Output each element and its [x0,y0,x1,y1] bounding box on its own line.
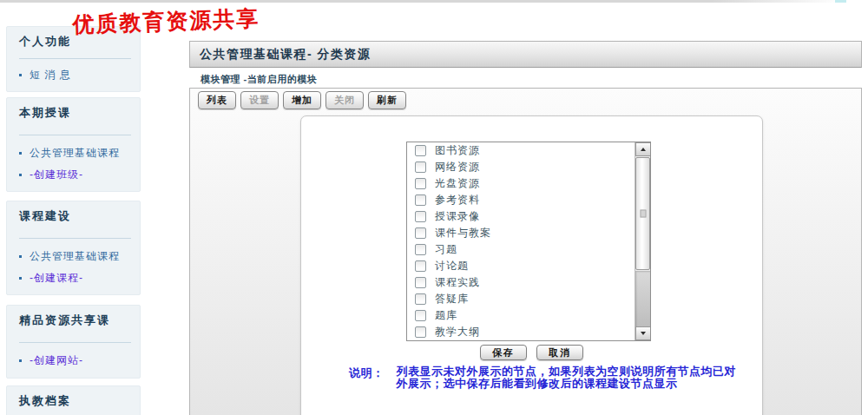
module-label: 课件与教案 [435,226,491,240]
sidebar-item-label[interactable]: -创建课程- [30,271,83,286]
sidebar-item-create-class[interactable]: -创建班级- [19,164,140,186]
divider [19,135,131,135]
sidebar-item-label[interactable]: -创建网站- [30,353,83,368]
module-checkbox[interactable] [415,326,426,338]
list-item: 网络资源 [407,159,650,175]
divider [19,58,131,59]
list-item: 教学大纲 [407,324,650,340]
module-checkbox[interactable] [415,227,426,239]
module-checkbox[interactable] [415,310,426,321]
window-corner-mark [835,0,846,3]
action-row: 保存 取消 [301,345,762,360]
divider [19,342,131,343]
module-label: 习题 [435,242,457,257]
section-title: 课程建设 [19,208,140,224]
module-label: 答疑库 [435,292,469,306]
note-text: 列表显示未对外展示的节点，如果列表为空则说明所有节点均已对 外展示；选中保存后能… [397,366,737,389]
module-label: 网络资源 [435,160,480,175]
module-label: 图书资源 [435,143,480,158]
module-manage-panel: 列表 设置 增加 关闭 刷新 图书资源 网络资源 光盘资源 [189,88,862,415]
scrollbar-thumb[interactable] [635,157,650,270]
scrollbar [635,142,650,340]
module-label: 授课录像 [435,209,480,224]
bullet-icon [19,152,22,155]
module-checkbox[interactable] [415,161,426,173]
sidebar-section-teaching-archive: 执教档案 [6,385,141,415]
sidebar-item-short-message[interactable]: 短 消 息 [19,64,140,86]
sidebar-item-label[interactable]: 公共管理基础课程 [30,249,120,264]
bullet-icon [19,255,22,258]
module-label: 课程实践 [435,275,480,290]
toolbar: 列表 设置 增加 关闭 刷新 [198,91,406,109]
screen: 优质教育资源共享 个人功能 短 消 息 本期授课 公共管理基础课程 -创建班级-… [0,0,868,415]
sidebar-item-course[interactable]: 公共管理基础课程 [19,246,140,267]
list-item: 光盘资源 [407,175,650,192]
cancel-button[interactable]: 取消 [536,345,583,360]
list-item: 题库 [407,307,650,324]
panel-header: 公共管理基础课程- 分类资源 [189,41,862,68]
sidebar-section-current-teaching: 本期授课 公共管理基础课程 -创建班级- [6,97,141,192]
sidebar-section-premium-resources: 精品资源共享课 -创建网站- [6,305,141,379]
list-item: 答疑库 [407,291,650,307]
module-checkbox[interactable] [415,145,426,156]
note-label: 说明： [349,366,385,389]
note-line1: 列表显示未对外展示的节点，如果列表为空则说明所有节点均已对 [397,366,737,378]
module-label: 讨论题 [435,259,469,273]
bullet-icon [19,74,22,76]
module-label: 参考资料 [435,193,480,208]
bullet-icon [19,359,22,362]
scrollbar-down-button[interactable] [635,326,651,340]
note: 说明： 列表显示未对外展示的节点，如果列表为空则说明所有节点均已对 外展示；选中… [349,366,736,389]
sidebar-item-label[interactable]: -创建班级- [30,168,83,182]
list-item: 讨论题 [407,258,650,274]
list-item: 参考资料 [407,192,650,208]
list-item: 课件与教案 [407,225,650,241]
module-checkbox[interactable] [415,293,426,305]
settings-button[interactable]: 设置 [240,91,279,109]
thumb-grip-icon [640,210,646,218]
page-title: 公共管理基础课程- 分类资源 [200,47,372,63]
bullet-icon [19,277,22,280]
section-title: 执教档案 [19,393,140,409]
module-checkbox[interactable] [415,211,426,222]
divider [19,238,131,239]
close-button[interactable]: 关闭 [326,91,364,109]
sidebar-item-label[interactable]: 公共管理基础课程 [30,146,120,161]
scrollbar-track[interactable] [635,271,650,327]
section-title: 精品资源共享课 [19,313,140,328]
module-checkbox[interactable] [415,277,426,288]
section-title: 本期授课 [19,105,140,121]
module-edit-card: 图书资源 网络资源 光盘资源 参考资料 授课录像 [300,115,763,415]
module-label: 题库 [435,308,457,323]
scrollbar-up-button[interactable] [635,142,651,156]
sidebar-section-course-building: 课程建设 公共管理基础课程 -创建课程- [6,201,141,295]
module-label: 教学大纲 [435,325,480,339]
top-strip [0,0,868,3]
banner-title: 优质教育资源共享 [72,3,260,39]
module-checkbox[interactable] [415,260,426,272]
module-checkbox[interactable] [415,244,426,255]
sidebar-item-create-course[interactable]: -创建课程- [19,267,140,289]
sidebar-item-label[interactable]: 短 消 息 [30,68,71,82]
list-item: 图书资源 [407,142,650,159]
note-line2: 外展示；选中保存后能看到修改后的课程建设节点显示 [397,378,737,390]
module-listbox: 图书资源 网络资源 光盘资源 参考资料 授课录像 [406,142,651,341]
sidebar-item-create-website[interactable]: -创建网站- [19,350,140,372]
list-button[interactable]: 列表 [198,91,236,109]
list-item: 习题 [407,241,650,258]
list-item: 授课录像 [407,208,650,225]
module-label: 光盘资源 [435,176,480,191]
arrow-down-icon [641,332,646,335]
bullet-icon [19,174,22,176]
sidebar-item-course[interactable]: 公共管理基础课程 [19,142,140,164]
add-button[interactable]: 增加 [283,91,321,109]
refresh-button[interactable]: 刷新 [368,91,406,109]
list-item: 课程实践 [407,274,650,291]
arrow-up-icon [641,148,646,151]
module-checkbox[interactable] [415,178,426,189]
module-checkbox[interactable] [415,194,426,206]
save-button[interactable]: 保存 [480,345,527,360]
module-manage-subtitle: 模块管理 -当前启用的模块 [201,73,317,86]
